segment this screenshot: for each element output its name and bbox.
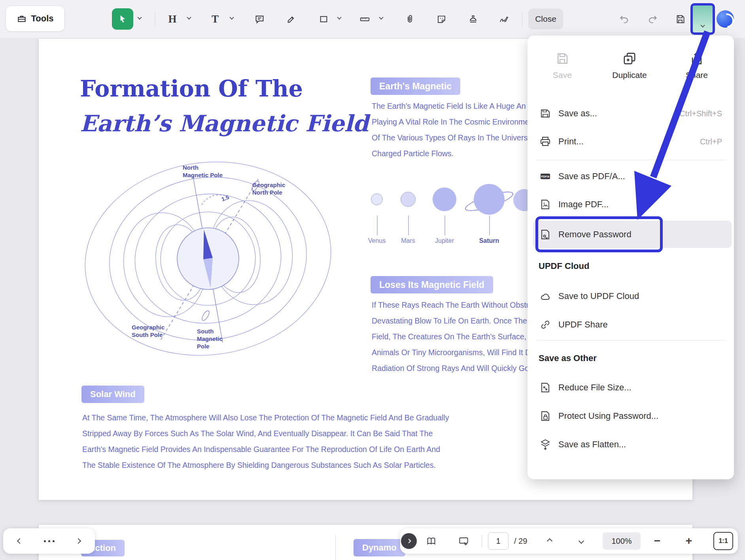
select-tool-chevron-icon[interactable]	[137, 15, 142, 19]
doc-divider	[335, 535, 336, 560]
planet-label-saturn: Saturn	[479, 237, 499, 244]
sticker-tool-button[interactable]	[433, 10, 450, 28]
attachment-tool-button[interactable]	[401, 10, 418, 28]
save-button[interactable]	[671, 10, 689, 28]
menu-item-image-pdf[interactable]: Image PDF...	[533, 191, 728, 218]
signature-tool-button[interactable]	[495, 10, 512, 28]
page-number-input[interactable]	[488, 532, 509, 550]
shape-tool-button[interactable]	[315, 10, 332, 28]
doc-line: Radiation Of Strong Rays And Will Quickl…	[372, 360, 531, 376]
svg-text:PDF/A: PDF/A	[541, 175, 550, 178]
menu-save-action[interactable]: Save	[533, 51, 592, 80]
menu-item-reduce-file-size[interactable]: Reduce File Size...	[533, 375, 728, 401]
doc-badge-solar-wind: Solar Wind	[81, 386, 144, 403]
save-options-dropdown-button[interactable]	[690, 3, 715, 35]
doc-badge-earths-magnetic: Earth's Magnetic	[371, 78, 460, 95]
comment-tool-button[interactable]	[251, 10, 268, 28]
label-south-magnetic-pole: South Magnetic Pole	[197, 327, 223, 350]
save-icon	[555, 51, 569, 66]
menu-item-label: Save as...	[558, 108, 597, 119]
menu-item-label: Print...	[558, 136, 584, 147]
collapse-bar-button[interactable]	[401, 533, 417, 549]
text-tool-chevron-icon[interactable]	[229, 15, 234, 19]
redo-button[interactable]	[644, 10, 661, 28]
doc-line: Playing A Vital Role In The Cosmic Envir…	[372, 114, 532, 130]
undo-button[interactable]	[615, 10, 633, 28]
planet-venus	[371, 193, 383, 205]
page-up-button[interactable]	[541, 532, 558, 550]
updf-logo-icon[interactable]	[717, 10, 734, 28]
pen-tool-button[interactable]	[282, 10, 300, 28]
minus-icon: −	[654, 535, 660, 547]
doc-line: Field, The Creatures On The Earth's Surf…	[372, 329, 531, 344]
prev-page-button[interactable]	[11, 532, 28, 550]
page-down-button[interactable]	[573, 532, 590, 550]
shape-icon	[318, 14, 329, 25]
chevron-down-icon	[700, 23, 705, 27]
tools-label: Tools	[31, 13, 53, 24]
menu-divider	[536, 340, 725, 341]
zoom-out-button[interactable]: −	[649, 532, 666, 550]
page-nav-pill	[3, 528, 95, 554]
toolbar: Tools H T	[0, 0, 745, 38]
shape-tool-chevron-icon[interactable]	[337, 15, 341, 19]
menu-item-label: Save as Flatten...	[558, 439, 626, 450]
menu-item-label: Reduce File Size...	[558, 382, 632, 393]
presentation-mode-button[interactable]	[455, 532, 472, 550]
doc-title-line1: Formation Of The	[80, 75, 303, 102]
text-tool-button[interactable]: T	[206, 10, 224, 28]
presentation-icon	[458, 536, 469, 547]
printer-icon	[539, 136, 551, 148]
actual-size-button[interactable]: 1:1	[713, 532, 733, 550]
menu-item-label: Protect Using Password...	[558, 411, 658, 421]
menu-share-action[interactable]: Share	[667, 51, 726, 80]
reading-mode-button[interactable]	[422, 532, 440, 550]
menu-duplicate-action[interactable]: Duplicate	[600, 51, 659, 80]
doc-line: Devastating Blow To Life On Earth. Once …	[372, 313, 531, 329]
stamp-icon	[468, 14, 478, 25]
measure-tool-button[interactable]	[356, 10, 373, 28]
actual-size-label: 1:1	[719, 537, 728, 545]
sticker-icon	[436, 14, 447, 25]
tools-button[interactable]: Tools	[6, 6, 65, 32]
menu-action-label: Duplicate	[612, 70, 647, 80]
toolbar-divider	[155, 12, 155, 26]
planet-saturn	[474, 184, 505, 215]
save-icon	[675, 14, 686, 25]
select-tool-button[interactable]	[112, 8, 133, 30]
image-pdf-icon	[539, 199, 551, 210]
zoom-level-button[interactable]: 100%	[603, 532, 641, 550]
stamp-tool-button[interactable]	[464, 10, 482, 28]
forward-icon	[76, 538, 81, 544]
menu-item-remove-password[interactable]: Remove Password	[533, 221, 728, 248]
doc-paragraph-top-right: The Earth's Magnetic Field Is Like A Hug…	[372, 98, 532, 161]
menu-item-protect-using-password[interactable]: Protect Using Password...	[533, 403, 728, 429]
menu-item-save-as[interactable]: Save as... Ctrl+Shift+S	[533, 100, 728, 127]
menu-item-save-to-updf-cloud[interactable]: Save to UPDF Cloud	[533, 283, 728, 309]
heading-tool-button[interactable]: H	[164, 10, 181, 28]
undo-icon	[619, 14, 630, 25]
more-options-button[interactable]	[40, 532, 58, 550]
menu-item-save-as-pdfa[interactable]: PDF/A Save as PDF/A...	[533, 163, 728, 189]
zoom-level-label: 100%	[611, 537, 632, 546]
doc-badge-loses-field: Loses Its Magnetic Field	[371, 276, 493, 293]
flatten-icon	[539, 439, 551, 450]
measure-tool-chevron-icon[interactable]	[379, 15, 383, 19]
close-button[interactable]: Close	[528, 9, 563, 29]
share-icon	[690, 51, 704, 66]
chevron-up-icon	[547, 538, 552, 544]
planet-jupiter	[433, 187, 456, 211]
zoom-in-button[interactable]: +	[680, 532, 698, 550]
menu-item-updf-share[interactable]: UPDF Share	[533, 312, 728, 338]
next-page-button[interactable]	[70, 532, 87, 550]
ruler-icon	[359, 14, 370, 25]
save-as-icon	[539, 108, 551, 119]
menu-item-save-as-flatten[interactable]: Save as Flatten...	[533, 431, 728, 458]
doc-title-line2: Earth’s Magnetic Field	[80, 110, 369, 136]
menu-section-updf-cloud: UPDF Cloud	[539, 261, 589, 271]
doc-paragraph-mid-right: If These Rays Reach The Earth Without Ob…	[372, 297, 531, 376]
planet-label-venus: Venus	[368, 237, 386, 244]
menu-item-print[interactable]: Print... Ctrl+P	[533, 129, 728, 155]
menu-item-label: Remove Password	[558, 229, 632, 240]
heading-tool-chevron-icon[interactable]	[187, 15, 191, 19]
